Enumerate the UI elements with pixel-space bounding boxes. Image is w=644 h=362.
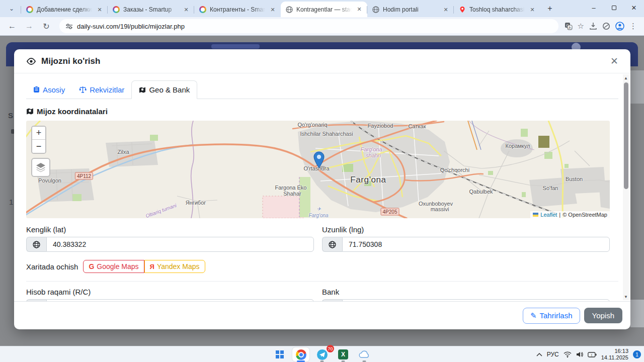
- edit-button-label: Tahrirlash: [539, 311, 572, 320]
- maximize-button[interactable]: [604, 0, 624, 15]
- modal-header: Mijozni ko'rish ✕: [14, 49, 630, 73]
- globe-favicon: [286, 6, 293, 13]
- tray-expand-icon[interactable]: [536, 352, 542, 356]
- lng-input[interactable]: [342, 237, 610, 252]
- scrollbar-thumb[interactable]: [624, 82, 628, 189]
- zoom-in-button[interactable]: +: [32, 127, 45, 140]
- excel-taskbar-button[interactable]: X: [335, 347, 352, 361]
- tab-title: Заказы - Smartup: [123, 6, 179, 13]
- modal-footer: ✎ Tahrirlash Yopish: [14, 301, 630, 329]
- new-tab-button[interactable]: +: [543, 2, 556, 15]
- browser-tab-2[interactable]: Заказы - Smartup ✕: [108, 2, 194, 17]
- close-button[interactable]: Yopish: [584, 308, 623, 323]
- svg-text:!: !: [591, 352, 592, 357]
- clock[interactable]: 16:13 14.11.2025: [601, 348, 628, 361]
- scroll-down-arrow[interactable]: ▼: [623, 293, 629, 300]
- lat-input-group: [26, 237, 314, 252]
- tab-close-icon[interactable]: ✕: [182, 6, 190, 14]
- tab-close-icon[interactable]: ✕: [528, 6, 536, 14]
- menu-kebab-icon[interactable]: ⋮: [629, 22, 637, 31]
- back-icon[interactable]: ←: [5, 19, 19, 33]
- eye-icon: [26, 56, 36, 66]
- layers-icon: [35, 162, 46, 173]
- bookmark-star-icon[interactable]: ☆: [578, 22, 584, 31]
- coords-row: Kenglik (lat) Uzunlik (lng): [26, 218, 610, 252]
- chrome-taskbar-button[interactable]: [292, 347, 309, 361]
- lat-input[interactable]: [46, 237, 314, 252]
- clipboard-icon: [33, 86, 40, 93]
- site-settings-icon[interactable]: [65, 23, 73, 30]
- lng-label: Uzunlik (lng): [322, 225, 610, 234]
- smartup-favicon: [113, 6, 120, 13]
- screen: ⌄ Добавление сделки - Sma ✕ Заказы - Sma…: [0, 0, 644, 362]
- taskbar: 70 X РУС ! 16:13 14.11.2025 1: [0, 346, 644, 362]
- browser-tab-3[interactable]: Контрагенты - Smartup ✕: [194, 2, 281, 17]
- background-text-fragment: S: [8, 111, 13, 120]
- tab-label: Geo & Bank: [149, 85, 190, 94]
- google-maps-label: Google Maps: [97, 262, 138, 270]
- extension-icon[interactable]: [602, 22, 610, 30]
- leaflet-map[interactable]: Qo'rg'onariqFayziobodСаткакIshchilar Sha…: [26, 121, 610, 218]
- cloud-app-taskbar-button[interactable]: [356, 347, 373, 361]
- language-indicator[interactable]: РУС: [547, 351, 559, 358]
- edit-button[interactable]: ✎ Tahrirlash: [523, 308, 580, 324]
- tab-geo-bank[interactable]: Geo & Bank: [131, 80, 197, 99]
- close-window-button[interactable]: ✕: [624, 0, 644, 15]
- telegram-icon: [317, 349, 328, 360]
- notification-count-badge[interactable]: 1: [633, 350, 641, 358]
- start-button[interactable]: [271, 347, 288, 361]
- tab-rekvizitlar[interactable]: Rekvizitlar: [72, 80, 131, 99]
- google-maps-button[interactable]: G Google Maps: [83, 260, 144, 273]
- lng-input-group: [322, 237, 610, 252]
- scales-icon: [79, 86, 87, 93]
- map-zoom-control: + −: [31, 126, 46, 154]
- lat-label: Kenglik (lat): [26, 225, 314, 234]
- modal-title: Mijozni ko'rish: [41, 56, 100, 66]
- url-bar[interactable]: daily-suvi.com/19l/public/mijozlar.php: [59, 19, 558, 33]
- view-client-modal: Mijozni ko'rish ✕ Asosiy Rekvizitlar G: [14, 49, 630, 329]
- tab-close-icon[interactable]: ✕: [96, 6, 104, 14]
- download-icon[interactable]: [589, 22, 597, 30]
- url-text: daily-suvi.com/19l/public/mijozlar.php: [77, 23, 185, 30]
- modal-scrollbar[interactable]: ▲ ▼: [623, 74, 629, 300]
- open-in-maps-row: Xaritada ochish G Google Maps Я Yandex M…: [26, 260, 618, 273]
- tray-time: 16:13: [601, 348, 628, 354]
- profile-avatar-icon[interactable]: [615, 22, 624, 31]
- browser-toolbar: ← → ↻ daily-suvi.com/19l/public/mijozlar…: [0, 17, 644, 36]
- wifi-icon[interactable]: [564, 351, 572, 357]
- tab-strip: ⌄ Добавление сделки - Sma ✕ Заказы - Sma…: [0, 0, 644, 17]
- globe-addon-icon: [322, 237, 342, 252]
- modal-body: Asosiy Rekvizitlar Geo & Bank Mijoz koor…: [14, 73, 630, 301]
- browser-tab-6[interactable]: Toshloq shaharchasi — Yan ✕: [454, 2, 540, 17]
- globe-favicon: [372, 6, 379, 13]
- tab-close-icon[interactable]: ✕: [355, 6, 363, 14]
- tab-search-button[interactable]: ⌄: [5, 2, 18, 15]
- scroll-up-arrow[interactable]: ▲: [623, 74, 629, 81]
- browser-tab-active[interactable]: Kontragentlar — stacked n ✕: [281, 2, 367, 17]
- map-layers-control[interactable]: [31, 158, 50, 177]
- map-attribution: Leaflet | © OpenStreetMap: [530, 211, 610, 218]
- zoom-out-button[interactable]: −: [32, 140, 45, 153]
- tab-close-icon[interactable]: ✕: [442, 6, 450, 14]
- tab-close-icon[interactable]: ✕: [269, 6, 277, 14]
- leaflet-link[interactable]: Leaflet: [540, 212, 557, 218]
- telegram-taskbar-button[interactable]: 70: [313, 347, 331, 361]
- volume-icon[interactable]: [576, 351, 583, 357]
- modal-close-icon[interactable]: ✕: [610, 56, 618, 66]
- translate-icon[interactable]: Gあ: [565, 22, 573, 30]
- battery-icon[interactable]: !: [588, 352, 597, 357]
- chrome-icon: [296, 349, 306, 360]
- yandex-maps-button[interactable]: Я Yandex Maps: [144, 260, 205, 273]
- map-icon: [139, 86, 146, 94]
- browser-tab-1[interactable]: Добавление сделки - Sma ✕: [21, 2, 108, 17]
- smartup-favicon: [26, 6, 33, 13]
- tab-label: Rekvizitlar: [90, 85, 124, 94]
- tab-asosiy[interactable]: Asosiy: [26, 80, 72, 99]
- reload-icon[interactable]: ↻: [39, 19, 53, 33]
- browser-tab-5[interactable]: Hodim portali ✕: [367, 2, 454, 17]
- minimize-button[interactable]: –: [584, 0, 604, 15]
- road-shield: 4P205: [381, 208, 399, 216]
- osm-link[interactable]: © OpenStreetMap: [562, 212, 607, 218]
- section-title: Mijoz koordinatalari: [26, 107, 618, 116]
- forward-icon[interactable]: →: [22, 19, 36, 33]
